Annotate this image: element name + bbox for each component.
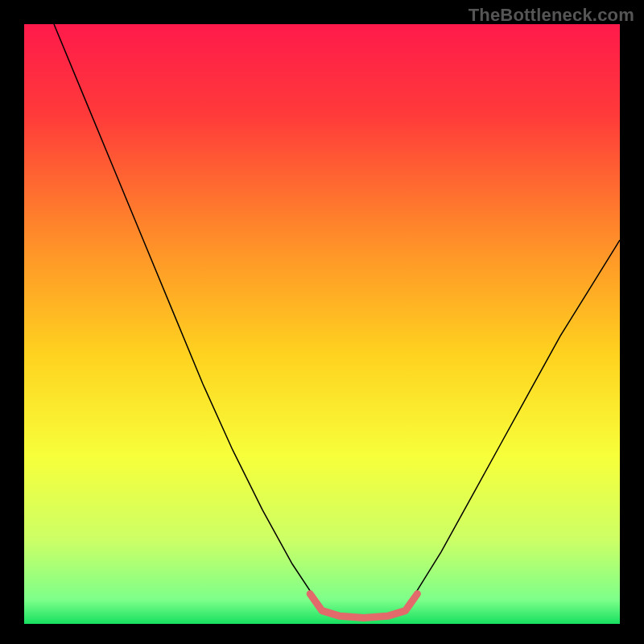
chart-svg [24,24,620,624]
chart-plot-area [24,24,620,624]
chart-background [24,24,620,624]
chart-frame: TheBottleneck.com [0,0,644,644]
watermark-text: TheBottleneck.com [469,5,634,26]
